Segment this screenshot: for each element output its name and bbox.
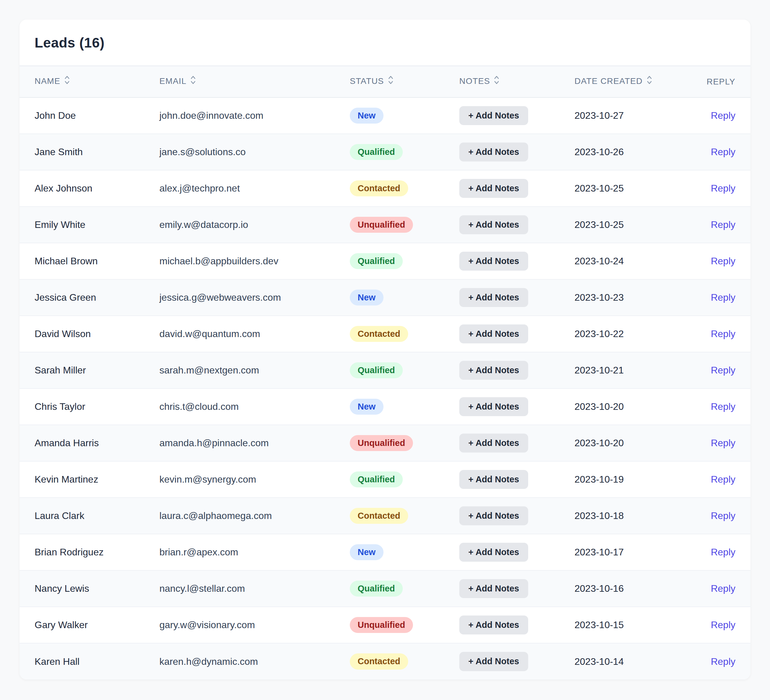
status-badge: New bbox=[350, 399, 383, 415]
status-badge: New bbox=[350, 108, 383, 124]
lead-name: Jane Smith bbox=[19, 134, 159, 170]
lead-email: kevin.m@synergy.com bbox=[159, 461, 350, 498]
add-notes-button[interactable]: + Add Notes bbox=[459, 579, 528, 598]
lead-email: jessica.g@webweavers.com bbox=[159, 279, 350, 316]
add-notes-button[interactable]: + Add Notes bbox=[459, 506, 528, 525]
table-header: NAME EMAIL STATUS NOTES DATE CREATED bbox=[19, 66, 751, 97]
lead-date-created: 2023-10-26 bbox=[574, 134, 699, 170]
table-header-row: NAME EMAIL STATUS NOTES DATE CREATED bbox=[19, 66, 751, 97]
lead-reply-cell: Reply bbox=[699, 571, 751, 607]
column-header-email[interactable]: EMAIL bbox=[159, 66, 350, 97]
lead-notes-cell: + Add Notes bbox=[459, 461, 574, 498]
card-header: Leads (16) bbox=[19, 19, 751, 66]
lead-reply-cell: Reply bbox=[699, 97, 751, 134]
table-row: Gary Walker gary.w@visionary.com Unquali… bbox=[19, 607, 751, 643]
lead-reply-cell: Reply bbox=[699, 352, 751, 388]
column-header-status[interactable]: STATUS bbox=[350, 66, 459, 97]
lead-status-cell: New bbox=[350, 534, 459, 571]
column-header-notes[interactable]: NOTES bbox=[459, 66, 574, 97]
column-header-reply-label: REPLY bbox=[707, 77, 735, 86]
reply-link[interactable]: Reply bbox=[711, 110, 735, 121]
lead-notes-cell: + Add Notes bbox=[459, 352, 574, 388]
table-row: Michael Brown michael.b@appbuilders.dev … bbox=[19, 243, 751, 279]
add-notes-button[interactable]: + Add Notes bbox=[459, 215, 528, 234]
lead-status-cell: Unqualified bbox=[350, 207, 459, 243]
table-row: Nancy Lewis nancy.l@stellar.com Qualifie… bbox=[19, 571, 751, 607]
add-notes-button[interactable]: + Add Notes bbox=[459, 106, 528, 125]
lead-date-created: 2023-10-15 bbox=[574, 607, 699, 643]
reply-link[interactable]: Reply bbox=[711, 328, 735, 339]
add-notes-button[interactable]: + Add Notes bbox=[459, 179, 528, 198]
reply-link[interactable]: Reply bbox=[711, 583, 735, 594]
column-header-name[interactable]: NAME bbox=[19, 66, 159, 97]
reply-link[interactable]: Reply bbox=[711, 146, 735, 157]
lead-date-created: 2023-10-23 bbox=[574, 279, 699, 316]
reply-link[interactable]: Reply bbox=[711, 365, 735, 375]
reply-link[interactable]: Reply bbox=[711, 474, 735, 485]
lead-date-created: 2023-10-17 bbox=[574, 534, 699, 571]
add-notes-button[interactable]: + Add Notes bbox=[459, 616, 528, 634]
lead-email: michael.b@appbuilders.dev bbox=[159, 243, 350, 279]
status-badge: Qualified bbox=[350, 144, 403, 160]
add-notes-button[interactable]: + Add Notes bbox=[459, 288, 528, 307]
column-header-reply: REPLY bbox=[699, 66, 751, 97]
reply-link[interactable]: Reply bbox=[711, 510, 735, 521]
reply-link[interactable]: Reply bbox=[711, 255, 735, 267]
lead-status-cell: Qualified bbox=[350, 134, 459, 170]
lead-status-cell: Contacted bbox=[350, 643, 459, 679]
lead-date-created: 2023-10-21 bbox=[574, 352, 699, 388]
add-notes-button[interactable]: + Add Notes bbox=[459, 397, 528, 416]
lead-name: Kevin Martinez bbox=[19, 461, 159, 498]
add-notes-button[interactable]: + Add Notes bbox=[459, 652, 528, 671]
lead-name: John Doe bbox=[19, 97, 159, 134]
status-badge: New bbox=[350, 289, 383, 306]
table-row: Kevin Martinez kevin.m@synergy.com Quali… bbox=[19, 461, 751, 498]
table-row: John Doe john.doe@innovate.com New + Add… bbox=[19, 97, 751, 134]
lead-date-created: 2023-10-19 bbox=[574, 461, 699, 498]
lead-date-created: 2023-10-25 bbox=[574, 207, 699, 243]
status-badge: Contacted bbox=[350, 180, 408, 196]
lead-date-created: 2023-10-25 bbox=[574, 170, 699, 207]
lead-notes-cell: + Add Notes bbox=[459, 207, 574, 243]
reply-link[interactable]: Reply bbox=[711, 292, 735, 303]
reply-link[interactable]: Reply bbox=[711, 183, 735, 194]
lead-notes-cell: + Add Notes bbox=[459, 97, 574, 134]
add-notes-button[interactable]: + Add Notes bbox=[459, 252, 528, 271]
lead-email: laura.c@alphaomega.com bbox=[159, 498, 350, 534]
lead-email: alex.j@techpro.net bbox=[159, 170, 350, 207]
lead-email: gary.w@visionary.com bbox=[159, 607, 350, 643]
status-badge: Qualified bbox=[350, 362, 403, 378]
add-notes-button[interactable]: + Add Notes bbox=[459, 361, 528, 380]
reply-link[interactable]: Reply bbox=[711, 438, 735, 448]
lead-status-cell: Contacted bbox=[350, 170, 459, 207]
table-row: Alex Johnson alex.j@techpro.net Contacte… bbox=[19, 170, 751, 207]
reply-link[interactable]: Reply bbox=[711, 619, 735, 630]
lead-status-cell: Unqualified bbox=[350, 607, 459, 643]
lead-email: emily.w@datacorp.io bbox=[159, 207, 350, 243]
status-badge: Contacted bbox=[350, 508, 408, 524]
lead-name: Jessica Green bbox=[19, 279, 159, 316]
reply-link[interactable]: Reply bbox=[711, 401, 735, 412]
add-notes-button[interactable]: + Add Notes bbox=[459, 325, 528, 343]
lead-reply-cell: Reply bbox=[699, 279, 751, 316]
add-notes-button[interactable]: + Add Notes bbox=[459, 543, 528, 562]
lead-email: chris.t@cloud.com bbox=[159, 388, 350, 425]
lead-notes-cell: + Add Notes bbox=[459, 498, 574, 534]
add-notes-button[interactable]: + Add Notes bbox=[459, 433, 528, 453]
table-row: Jane Smith jane.s@solutions.co Qualified… bbox=[19, 134, 751, 170]
reply-link[interactable]: Reply bbox=[711, 219, 735, 230]
lead-date-created: 2023-10-20 bbox=[574, 425, 699, 461]
status-badge: Contacted bbox=[350, 326, 408, 342]
column-header-date-created[interactable]: DATE CREATED bbox=[574, 66, 699, 97]
reply-link[interactable]: Reply bbox=[711, 546, 735, 558]
add-notes-button[interactable]: + Add Notes bbox=[459, 470, 528, 489]
lead-status-cell: Contacted bbox=[350, 498, 459, 534]
add-notes-button[interactable]: + Add Notes bbox=[459, 142, 528, 162]
lead-notes-cell: + Add Notes bbox=[459, 534, 574, 571]
lead-date-created: 2023-10-20 bbox=[574, 388, 699, 425]
lead-notes-cell: + Add Notes bbox=[459, 243, 574, 279]
reply-link[interactable]: Reply bbox=[711, 656, 735, 667]
lead-status-cell: New bbox=[350, 97, 459, 134]
leads-table-body: John Doe john.doe@innovate.com New + Add… bbox=[19, 97, 751, 679]
lead-email: amanda.h@pinnacle.com bbox=[159, 425, 350, 461]
